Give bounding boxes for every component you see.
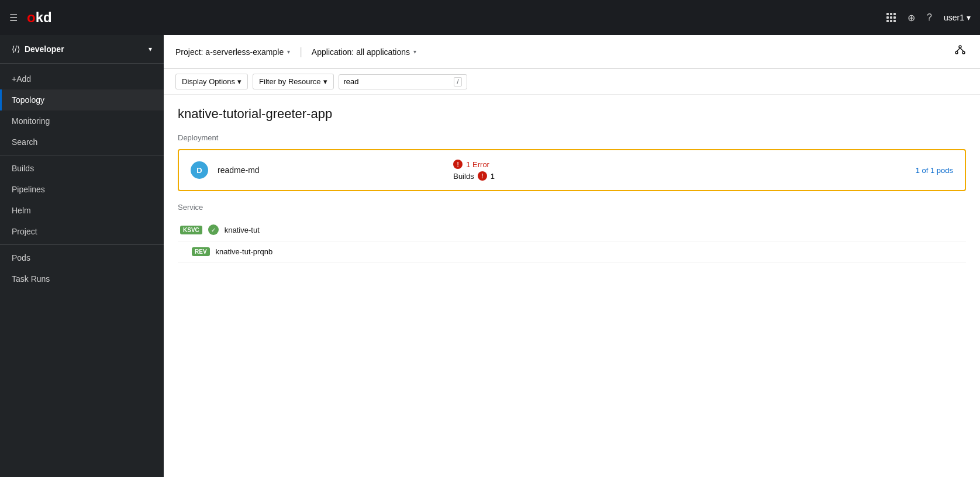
svg-point-0 — [959, 46, 961, 48]
main-content: knative-tutorial-greeter-app Deployment … — [164, 95, 980, 477]
display-options-button[interactable]: Display Options ▾ — [175, 74, 248, 89]
app-chevron-icon: ▾ — [413, 49, 416, 55]
plus-circle-button[interactable]: ⊕ — [907, 12, 915, 23]
user-menu[interactable]: user1 ▾ — [944, 13, 971, 22]
display-options-label: Display Options — [182, 77, 235, 86]
help-button[interactable]: ? — [927, 12, 932, 23]
toolbar: Display Options ▾ Filter by Resource ▾ / — [164, 69, 980, 95]
hamburger-button[interactable]: ☰ — [9, 12, 18, 23]
content-header: Project: a-serverless-example ▾ | Applic… — [164, 35, 980, 69]
logo-kd: kd — [36, 9, 52, 25]
error-badge: ! 1 Error — [453, 160, 906, 169]
error-dot-icon: ! — [453, 160, 463, 169]
svg-line-4 — [960, 48, 964, 51]
service-section-label: Service — [178, 203, 966, 212]
builds-row: Builds ! 1 — [453, 171, 906, 181]
sidebar-item-taskruns[interactable]: Task Runs — [0, 268, 164, 289]
sidebar-divider-2 — [0, 244, 164, 245]
help-icon: ? — [927, 12, 932, 23]
sidebar-item-label: Search — [12, 137, 37, 147]
search-slash-badge: / — [454, 77, 461, 87]
search-input[interactable] — [344, 77, 452, 86]
perspective-label: Developer — [25, 44, 144, 54]
grid-icon — [886, 13, 896, 22]
logo-o: o — [27, 9, 36, 25]
sidebar-item-label: Topology — [12, 95, 44, 105]
svg-point-1 — [955, 51, 958, 54]
project-label: Project: a-serverless-example — [175, 47, 284, 57]
sidebar-item-search[interactable]: Search — [0, 132, 164, 153]
perspective-chevron-icon: ▾ — [149, 45, 152, 53]
revision-name: knative-tut-prqnb — [216, 247, 273, 256]
deployment-name: readme-md — [218, 165, 444, 175]
deployment-status: ! 1 Error Builds ! 1 — [453, 160, 906, 181]
list-item[interactable]: KSVC ✓ knative-tut — [178, 219, 966, 241]
deployment-section: Deployment D readme-md ! 1 Error Builds … — [178, 133, 966, 191]
sidebar-item-helm[interactable]: Helm — [0, 200, 164, 221]
sidebar-item-label: Pods — [12, 253, 30, 262]
app-title: knative-tutorial-greeter-app — [178, 106, 966, 122]
search-wrapper: / — [339, 74, 467, 89]
service-items: KSVC ✓ knative-tut REV knative-tut-prqnb — [178, 219, 966, 262]
sidebar-item-label: Pipelines — [12, 185, 45, 194]
sidebar-item-monitoring[interactable]: Monitoring — [0, 110, 164, 132]
okd-logo: okd — [27, 9, 52, 26]
top-nav: ☰ okd ⊕ ? user1 ▾ — [0, 0, 980, 35]
list-item[interactable]: REV knative-tut-prqnb — [178, 241, 966, 262]
app-label: Application: all applications — [312, 47, 410, 57]
selector-separator: | — [299, 46, 302, 58]
perspective-icon: ⟨/⟩ — [12, 44, 20, 54]
sidebar-item-project[interactable]: Project — [0, 221, 164, 242]
project-chevron-icon: ▾ — [287, 49, 290, 55]
deployment-section-label: Deployment — [178, 133, 966, 142]
filter-by-resource-label: Filter by Resource — [259, 77, 320, 86]
sidebar-item-label: Builds — [12, 164, 34, 173]
app-selector[interactable]: Application: all applications ▾ — [312, 47, 416, 57]
sidebar-item-pipelines[interactable]: Pipelines — [0, 179, 164, 200]
sidebar: ⟨/⟩ Developer ▾ +Add Topology Monitoring… — [0, 35, 164, 477]
rev-badge: REV — [192, 247, 210, 256]
sidebar-item-label: Helm — [12, 206, 31, 215]
display-options-chevron-icon: ▾ — [237, 77, 241, 86]
builds-count-label: 1 — [491, 172, 495, 181]
content-area: Project: a-serverless-example ▾ | Applic… — [164, 35, 980, 477]
sidebar-item-label: Monitoring — [12, 116, 50, 126]
deployment-card[interactable]: D readme-md ! 1 Error Builds ! 1 — [178, 149, 966, 191]
pods-link[interactable]: 1 of 1 pods — [916, 166, 953, 175]
builds-label: Builds — [453, 172, 474, 181]
sidebar-item-builds[interactable]: Builds — [0, 158, 164, 179]
filter-by-resource-button[interactable]: Filter by Resource ▾ — [253, 74, 333, 89]
user-chevron-icon: ▾ — [967, 13, 971, 22]
sidebar-item-label: Task Runs — [12, 274, 50, 284]
sidebar-divider-1 — [0, 155, 164, 155]
topology-view-options-button[interactable] — [952, 42, 968, 61]
builds-error-icon: ! — [478, 171, 487, 181]
plus-circle-icon: ⊕ — [907, 12, 915, 23]
perspective-switcher[interactable]: ⟨/⟩ Developer ▾ — [0, 35, 164, 64]
service-name: knative-tut — [225, 226, 260, 234]
sidebar-item-topology[interactable]: Topology — [0, 89, 164, 110]
sidebar-item-label: Project — [12, 227, 37, 236]
svg-line-3 — [957, 48, 960, 51]
topology-view-icon — [954, 47, 966, 58]
sidebar-item-add[interactable]: +Add — [0, 68, 164, 89]
hamburger-icon: ☰ — [9, 12, 18, 23]
grid-icon-button[interactable] — [886, 13, 896, 22]
sidebar-item-label: +Add — [12, 74, 31, 84]
svg-point-2 — [962, 51, 965, 54]
sidebar-nav: +Add Topology Monitoring Search Builds P… — [0, 64, 164, 294]
ksvc-badge: KSVC — [180, 226, 202, 234]
deployment-icon: D — [191, 161, 208, 179]
service-section: Service KSVC ✓ knative-tut REV knative-t… — [178, 203, 966, 262]
filter-chevron-icon: ▾ — [323, 77, 327, 86]
sidebar-item-pods[interactable]: Pods — [0, 247, 164, 268]
service-status-icon: ✓ — [208, 224, 219, 235]
deployment-icon-letter: D — [196, 166, 202, 175]
user-label: user1 — [944, 13, 964, 22]
project-selector[interactable]: Project: a-serverless-example ▾ — [175, 47, 290, 57]
error-count-label: 1 Error — [466, 160, 489, 169]
